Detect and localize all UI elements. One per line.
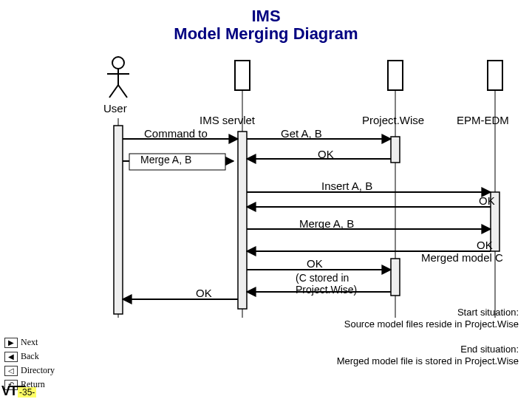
msg-command-to: Command to: [144, 127, 208, 140]
msg-ok-3: OK: [477, 239, 493, 251]
start-situation-label: Start situation:: [457, 307, 519, 318]
nav-back[interactable]: ◀ Back: [4, 351, 55, 362]
start-situation: Start situation: Source model files resi…: [334, 307, 519, 330]
svg-point-0: [112, 57, 124, 69]
pw-activation-2: [391, 259, 400, 296]
end-situation-label: End situation:: [460, 344, 519, 355]
msg-ok-5: OK: [196, 287, 212, 299]
nav-next[interactable]: ▶ Next: [4, 337, 55, 348]
nav-directory[interactable]: ◁ Directory: [4, 365, 55, 376]
nav-back-label: Back: [21, 351, 39, 362]
msg-merge-ab-1: Merge A, B: [140, 154, 191, 166]
msg-merged-c: Merged model C: [421, 251, 503, 264]
msg-ok-1: OK: [318, 148, 334, 160]
nav-next-label: Next: [21, 337, 38, 348]
user-label: User: [103, 102, 127, 115]
sequence-diagram: [0, 0, 532, 399]
svg-line-4: [118, 85, 127, 98]
pw-activation-1: [391, 137, 400, 163]
epm-head-icon: [488, 61, 502, 90]
epm-label: EPM-EDM: [457, 114, 509, 126]
end-situation-text: Merged model file is stored in Project.W…: [337, 355, 519, 366]
msg-get-ab: Get A, B: [281, 127, 322, 140]
msg-ok-2: OK: [479, 194, 495, 207]
next-icon: ▶: [4, 338, 18, 348]
nav-panel: ▶ Next ◀ Back ◁ Directory ↶ Return: [4, 337, 55, 390]
msg-stored: (C stored in Project.Wise): [296, 272, 357, 296]
ims-activation: [238, 132, 247, 309]
back-icon: ◀: [4, 352, 18, 362]
end-situation: End situation: Merged model file is stor…: [334, 344, 519, 366]
pw-head-icon: [388, 61, 403, 90]
user-actor-icon: [107, 57, 129, 98]
msg-ok-4a: OK: [307, 257, 323, 270]
ims-label: IMS servlet: [200, 114, 255, 126]
user-activation: [114, 126, 123, 314]
directory-icon: ◁: [4, 366, 18, 376]
msg-insert-ab: Insert A, B: [321, 180, 372, 192]
pw-label: Project.Wise: [362, 114, 424, 126]
nav-directory-label: Directory: [21, 365, 55, 376]
svg-line-3: [109, 85, 118, 98]
msg-merge-ab-2: Merge A, B: [299, 217, 354, 230]
start-situation-text: Source model files reside in Project.Wis…: [344, 318, 519, 330]
page-number: -35-: [18, 387, 36, 398]
ims-head-icon: [235, 61, 250, 90]
